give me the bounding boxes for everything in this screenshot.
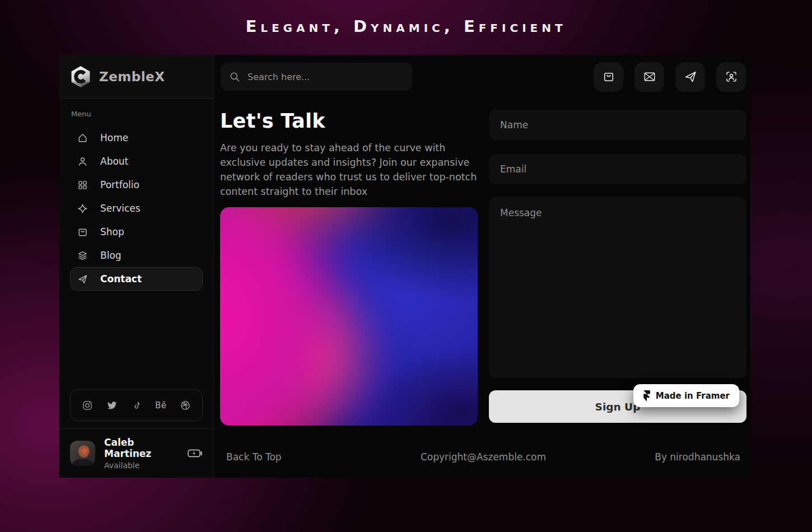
shopping-bag-icon [77, 227, 88, 237]
page-title: Let's Talk [220, 110, 478, 132]
instagram-icon[interactable] [82, 400, 93, 411]
mail-icon [643, 70, 656, 83]
paper-plane-icon [77, 274, 88, 284]
paper-plane-icon [684, 70, 697, 83]
topbar [214, 55, 750, 99]
brand-name: ZembleX [99, 69, 165, 84]
app-window: ZembleX Menu Home About Portfolio [59, 55, 750, 478]
message-field[interactable] [489, 197, 746, 378]
battery-charging-icon [188, 449, 203, 458]
sidebar-item-label: Services [100, 203, 141, 214]
user-icon [77, 156, 88, 167]
page-tagline: Elegant, Dynamic, Efficient [0, 17, 812, 36]
grid-icon [77, 180, 88, 190]
sidebar-nav: Menu Home About Portfolio [59, 99, 213, 428]
back-to-top-link[interactable]: Back To Top [226, 451, 282, 463]
made-in-framer-badge[interactable]: Made in Framer [633, 384, 739, 407]
sidebar-item-contact[interactable]: Contact [70, 267, 203, 291]
user-scan-button[interactable] [716, 62, 746, 92]
name-field[interactable] [489, 110, 746, 140]
layers-icon [77, 250, 88, 261]
sidebar-item-blog[interactable]: Blog [70, 244, 203, 267]
footer: Back To Top Copyright@Aszemble.com By ni… [214, 451, 750, 463]
intro-column: Let's Talk Are you ready to stay ahead o… [220, 109, 478, 426]
sidebar-item-portfolio[interactable]: Portfolio [70, 173, 203, 197]
user-profile[interactable]: Caleb Martinez Available [59, 428, 213, 478]
badge-label: Made in Framer [656, 391, 730, 401]
credit-text: By nirodhanushka [655, 451, 740, 463]
sidebar-item-label: Shop [100, 226, 124, 237]
topbar-actions [594, 62, 746, 92]
content: Let's Talk Are you ready to stay ahead o… [214, 99, 750, 426]
profile-info: Caleb Martinez Available [104, 437, 179, 470]
sidebar-item-label: About [100, 156, 128, 167]
avatar [70, 441, 95, 466]
mail-button[interactable] [634, 62, 664, 92]
dribbble-icon[interactable] [180, 400, 191, 411]
email-field[interactable] [489, 154, 746, 184]
shopping-bag-icon [603, 71, 615, 83]
user-scan-icon [725, 70, 738, 83]
twitter-icon[interactable] [106, 400, 118, 411]
brand-header: ZembleX [59, 55, 213, 99]
sidebar-item-shop[interactable]: Shop [70, 220, 203, 244]
search-input[interactable] [248, 72, 404, 82]
main-area: Let's Talk Are you ready to stay ahead o… [214, 55, 750, 478]
contact-form: Sign Up [489, 109, 746, 426]
menu-label: Menu [71, 110, 203, 118]
brand-logo-icon [70, 65, 91, 88]
behance-icon[interactable]: Bē [155, 400, 166, 411]
artwork-vignette-layer [220, 207, 478, 426]
search-icon [229, 71, 240, 82]
sidebar-item-home[interactable]: Home [70, 126, 203, 150]
sidebar-item-label: Blog [100, 250, 122, 261]
sidebar-item-label: Contact [100, 273, 142, 284]
framer-logo-icon [643, 390, 651, 402]
shop-button[interactable] [594, 62, 623, 92]
profile-status: Available [104, 461, 179, 470]
search-bar[interactable] [221, 63, 412, 91]
copyright-text: Copyright@Aszemble.com [421, 451, 546, 463]
send-button[interactable] [675, 62, 705, 92]
tiktok-icon[interactable] [131, 400, 142, 411]
social-links-bar: Bē [70, 389, 203, 421]
sidebar-item-label: Portfolio [100, 179, 139, 190]
sidebar-item-about[interactable]: About [70, 150, 203, 173]
profile-name: Caleb Martinez [104, 437, 179, 459]
sidebar-item-services[interactable]: Services [70, 197, 203, 220]
home-icon [77, 133, 88, 143]
sparkle-icon [77, 203, 88, 214]
page-description: Are you ready to stay ahead of the curve… [220, 141, 478, 199]
gradient-artwork-image [220, 207, 478, 426]
sidebar: ZembleX Menu Home About Portfolio [59, 55, 214, 478]
sidebar-item-label: Home [100, 132, 128, 143]
